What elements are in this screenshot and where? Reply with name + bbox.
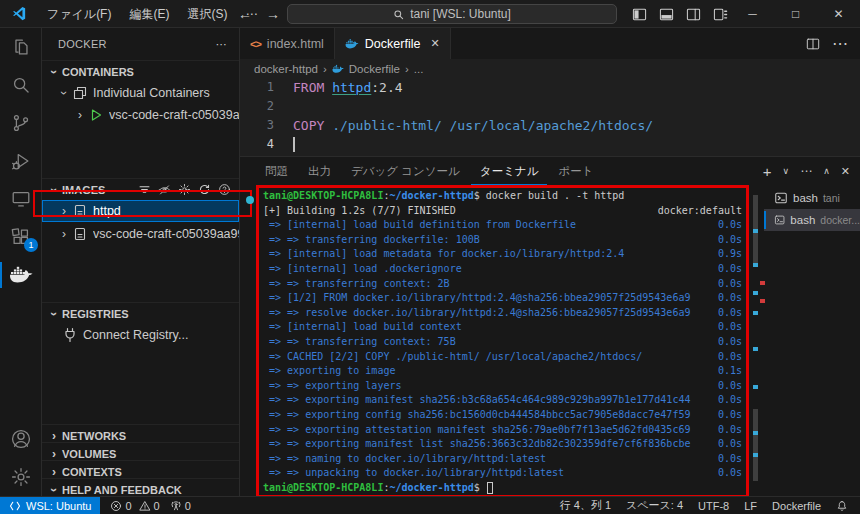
chevron-icon: › <box>47 306 61 322</box>
error-count: 0 <box>125 500 131 512</box>
section-containers[interactable]: › CONTAINERS <box>42 60 239 82</box>
source-control-icon <box>10 112 32 134</box>
bell-icon[interactable] <box>836 500 848 512</box>
chevron-icon: › <box>56 204 72 218</box>
panel-tab-ports[interactable]: ポート <box>549 158 602 185</box>
chevron-icon: › <box>47 482 61 497</box>
chevron-icon: › <box>56 227 72 241</box>
tab-close-icon[interactable]: ✕ <box>430 37 439 50</box>
chevron-icon: › <box>47 64 61 80</box>
terminal-instance-list: bash tani bash docker... <box>764 187 860 231</box>
more-actions-icon[interactable]: ⋯ <box>832 34 848 53</box>
problems-indicator[interactable]: 0 0 <box>110 500 159 512</box>
activity-accounts[interactable] <box>0 420 42 458</box>
back-arrow-icon[interactable]: ← <box>238 6 252 22</box>
chevron-icon: › <box>47 182 61 198</box>
maximize-button[interactable]: □ <box>774 0 817 28</box>
split-editor-icon[interactable] <box>806 37 820 51</box>
breadcrumb[interactable]: docker-httpd › Dockerfile › ... <box>240 59 860 78</box>
status-bar: WSL: Ubuntu 0 0 0 行 4、列 1 スペース: 4 UTF-8 … <box>0 496 860 514</box>
status-encoding[interactable]: UTF-8 <box>698 500 729 512</box>
tree-item-container[interactable]: › vsc-code-craft-c05039aa9... <box>42 104 239 126</box>
forward-arrow-icon[interactable]: → <box>266 6 280 22</box>
tree-item-connect-registry[interactable]: Connect Registry... <box>42 324 239 346</box>
terminal-actions: + ∨ ⋯ ∧ ✕ <box>763 157 850 185</box>
terminal-icon <box>774 191 788 205</box>
activity-run-debug[interactable] <box>0 142 42 180</box>
status-indent[interactable]: スペース: 4 <box>626 498 683 513</box>
minimize-button[interactable]: ─ <box>731 0 774 28</box>
activity-settings[interactable] <box>0 458 42 496</box>
breadcrumb-symbol[interactable]: ... <box>414 63 424 75</box>
tree-item-label: httpd <box>93 204 121 218</box>
breadcrumb-folder[interactable]: docker-httpd <box>254 63 318 75</box>
panel-tab-output[interactable]: 出力 <box>299 158 340 185</box>
section-images[interactable]: › IMAGES <box>42 178 239 200</box>
breadcrumb-separator: › <box>405 63 409 75</box>
toggle-panel-icon[interactable] <box>659 7 674 22</box>
eye-off-icon[interactable] <box>158 183 171 196</box>
terminal[interactable]: tani@DESKTOP-HCPA8LI:~/docker-httpd$ doc… <box>256 185 749 498</box>
chevron-icon: › <box>72 108 88 122</box>
section-help-feedback[interactable]: › HELP AND FEEDBACK <box>42 478 239 496</box>
search-icon <box>393 9 404 20</box>
refresh-icon[interactable] <box>198 183 211 196</box>
remote-indicator[interactable]: WSL: Ubuntu <box>0 497 100 514</box>
panel-close-icon[interactable]: ✕ <box>841 165 850 178</box>
tab-index-html[interactable]: <> index.html <box>240 28 335 59</box>
panel-maximize-icon[interactable]: ∧ <box>823 166 830 176</box>
terminal-scrollbar[interactable] <box>753 187 758 495</box>
code-line: 2 <box>240 97 860 116</box>
terminal-line: => => exporting layers0.0s <box>263 379 742 394</box>
gear-icon[interactable] <box>178 183 191 196</box>
status-eol[interactable]: LF <box>744 500 757 512</box>
help-icon[interactable] <box>218 183 231 196</box>
status-line-col[interactable]: 行 4、列 1 <box>560 498 611 513</box>
terminal-line: => => exporting config sha256:bc1560d0cb… <box>263 408 742 423</box>
code-line: 3COPY ./public-html/ /usr/local/apache2/… <box>240 116 860 135</box>
menu-file[interactable]: ファイル(F) <box>38 3 120 25</box>
section-registries[interactable]: › REGISTRIES <box>42 302 239 324</box>
run-debug-icon <box>10 150 32 172</box>
docker-image-icon <box>72 226 88 242</box>
tree-item-label: Individual Containers <box>93 86 210 100</box>
search-value: tani [WSL: Ubuntu] <box>410 7 511 21</box>
filter-icon[interactable] <box>138 183 151 196</box>
status-language[interactable]: Dockerfile <box>772 500 821 512</box>
panel-tab-debug-console[interactable]: デバッグ コンソール <box>342 158 469 185</box>
activity-search[interactable] <box>0 66 42 104</box>
tree-item-image-httpd[interactable]: › httpd <box>42 200 239 222</box>
window-controls: ─ □ ✕ <box>731 0 860 28</box>
toggle-secondary-sidebar-icon[interactable] <box>686 7 701 22</box>
code-editor[interactable]: 1FROM httpd:2.423COPY ./public-html/ /us… <box>240 78 860 156</box>
activity-source-control[interactable] <box>0 104 42 142</box>
activity-extensions[interactable]: 1 <box>0 218 42 256</box>
close-button[interactable]: ✕ <box>817 0 860 28</box>
radio-tower-icon <box>170 500 182 512</box>
nav-history: ← → <box>238 0 280 28</box>
docker-file-icon <box>345 37 359 51</box>
activity-docker[interactable] <box>0 256 42 294</box>
panel-more-icon[interactable]: ⋯ <box>800 164 812 178</box>
status-right: 行 4、列 1 スペース: 4 UTF-8 LF Dockerfile <box>560 498 860 513</box>
ports-indicator[interactable]: 0 <box>170 500 191 512</box>
panel-tab-problems[interactable]: 問題 <box>256 158 297 185</box>
breadcrumb-file[interactable]: Dockerfile <box>349 63 400 75</box>
panel-tab-terminal[interactable]: ターミナル <box>471 158 548 185</box>
tree-item-image-vsc[interactable]: › vsc-code-craft-c05039aa99... <box>42 223 239 245</box>
menu-selection[interactable]: 選択(S) <box>178 3 236 25</box>
command-center-search[interactable]: tani [WSL: Ubuntu] <box>287 4 617 24</box>
terminal-dropdown-icon[interactable]: ∨ <box>783 166 790 176</box>
tree-item-individual-containers[interactable]: › Individual Containers <box>42 82 239 104</box>
customize-layout-icon[interactable] <box>713 7 728 22</box>
sidebar-more-icon[interactable]: ⋯ <box>216 38 227 51</box>
terminal-line: => => exporting manifest sha256:b3c68a65… <box>263 393 742 408</box>
activity-remote-explorer[interactable] <box>0 180 42 218</box>
tab-dockerfile[interactable]: Dockerfile ✕ <box>335 28 451 59</box>
menu-edit[interactable]: 編集(E) <box>120 3 178 25</box>
new-terminal-icon[interactable]: + <box>763 163 772 180</box>
terminal-instance-bash-docker[interactable]: bash docker... <box>764 209 860 231</box>
activity-explorer[interactable] <box>0 28 42 66</box>
toggle-sidebar-icon[interactable] <box>632 7 647 22</box>
terminal-instance-bash-tani[interactable]: bash tani <box>764 187 860 209</box>
